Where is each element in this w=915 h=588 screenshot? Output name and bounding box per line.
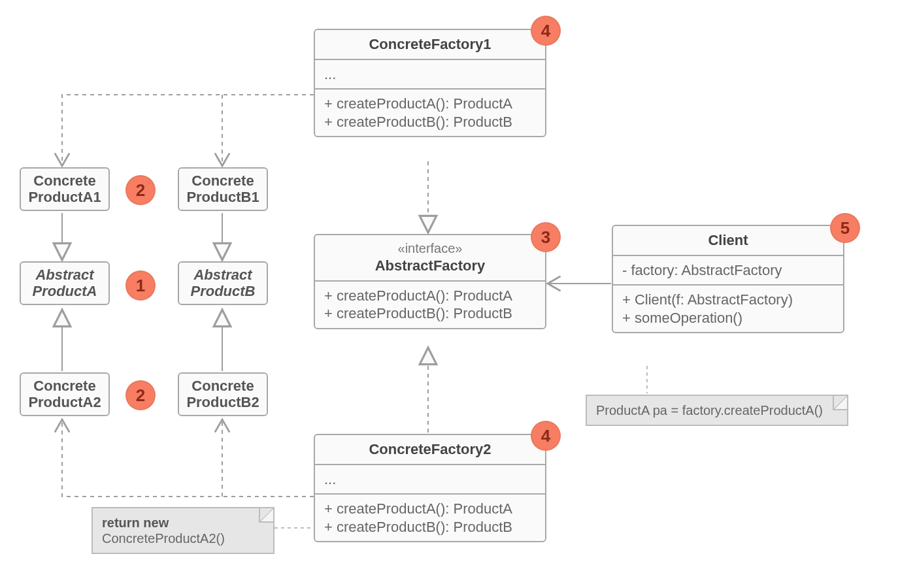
note-client-body: ProductA pa = factory.createProductA() <box>586 395 848 426</box>
box-concrete-product-b1: Concrete ProductB1 <box>178 167 268 211</box>
badge-3: 3 <box>531 222 561 252</box>
class-fields: ... <box>315 464 545 494</box>
box-abstract-factory: «interface» AbstractFactory + createProd… <box>314 234 546 329</box>
badge-4a: 4 <box>531 16 561 46</box>
badge-5: 5 <box>830 213 860 243</box>
method: + createProductA(): ProductA <box>324 95 536 113</box>
method: + createProductB(): ProductB <box>324 518 536 536</box>
label: Concrete <box>191 172 254 189</box>
method: + createProductA(): ProductA <box>324 500 536 518</box>
label: Abstract <box>35 267 93 283</box>
box-concrete-product-a2: Concrete ProductA2 <box>20 372 110 416</box>
method: + createProductB(): ProductB <box>324 113 536 131</box>
label: ProductA2 <box>28 394 101 410</box>
label: ProductA <box>33 283 97 299</box>
label: ProductB2 <box>186 394 259 410</box>
badge-1: 1 <box>125 270 156 301</box>
class-name: Client <box>613 226 843 255</box>
note-line: return new <box>102 515 169 530</box>
label: ProductB <box>191 283 256 299</box>
box-abstract-product-b: Abstract ProductB <box>178 261 268 305</box>
badge-2b: 2 <box>125 380 156 410</box>
box-abstract-product-a: Abstract ProductA <box>20 261 110 305</box>
box-concrete-factory-1: ConcreteFactory1 ... + createProductA():… <box>314 29 546 137</box>
stereotype: «interface» <box>324 240 536 257</box>
class-name: ConcreteFactory2 <box>315 435 545 464</box>
label: Abstract <box>193 267 252 283</box>
note-fold-icon <box>259 508 273 523</box>
box-concrete-product-a1: Concrete ProductA1 <box>20 167 110 211</box>
method: + someOperation() <box>622 309 834 327</box>
label: Concrete <box>33 378 95 394</box>
class-fields: ... <box>315 59 545 89</box>
note-fold-icon <box>833 396 847 410</box>
method: + createProductA(): ProductA <box>324 287 536 305</box>
field: - factory: AbstractFactory <box>622 261 834 280</box>
label: Concrete <box>33 172 95 189</box>
note-line: ConcreteProductA2() <box>102 531 225 546</box>
badge-4b: 4 <box>531 421 561 451</box>
class-fields: - factory: AbstractFactory <box>613 255 843 285</box>
class-name: ConcreteFactory1 <box>315 30 545 59</box>
label: ProductA1 <box>28 189 101 205</box>
class-name: AbstractFactory <box>375 257 486 274</box>
note-line: ProductA pa = factory.createProductA() <box>596 403 823 417</box>
label: ProductB1 <box>186 189 259 205</box>
method: + Client(f: AbstractFactory) <box>622 291 834 309</box>
label: Concrete <box>191 378 254 394</box>
note-factory2-body: return new ConcreteProductA2() <box>92 507 274 554</box>
box-concrete-product-b2: Concrete ProductB2 <box>178 372 268 416</box>
badge-2a: 2 <box>125 175 156 205</box>
method: + createProductB(): ProductB <box>324 304 536 323</box>
box-client: Client - factory: AbstractFactory + Clie… <box>612 225 844 333</box>
box-concrete-factory-2: ConcreteFactory2 ... + createProductA():… <box>314 434 546 542</box>
